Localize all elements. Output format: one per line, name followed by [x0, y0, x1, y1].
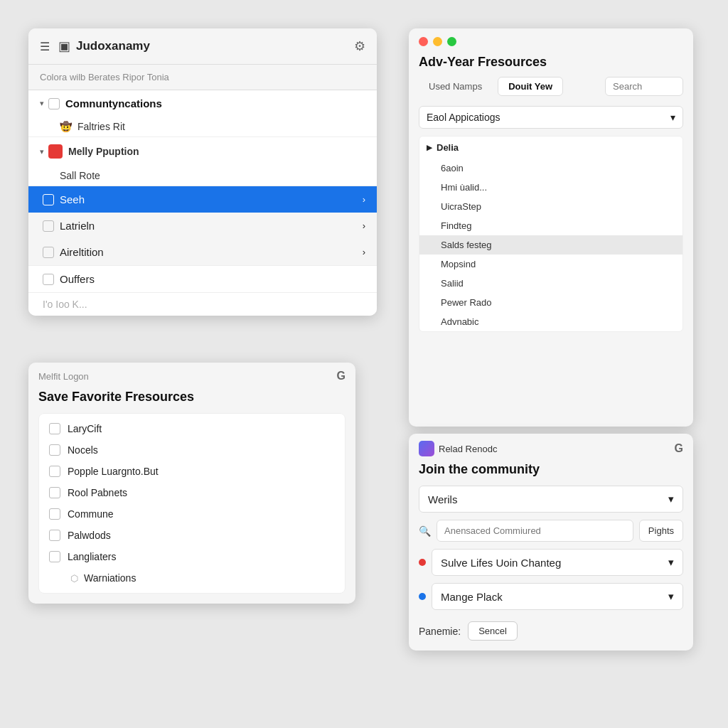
list-item-salds[interactable]: Salds festeg	[419, 235, 682, 255]
subitem-sall: Sall Rote	[28, 166, 377, 186]
checkbox-commune[interactable]	[49, 508, 60, 520]
checkbox-latrieln[interactable]	[43, 220, 54, 232]
dropdown-item-aireltition[interactable]: Aireltition ›	[28, 239, 377, 265]
chevron-down-icon-adv: ▾	[670, 112, 675, 123]
join-title: Join the community	[409, 459, 693, 486]
save-item-larycift[interactable]: LaryCift	[39, 418, 345, 439]
list-item-advnabic[interactable]: Advnabic	[419, 312, 682, 331]
app-subtitle: Colora wilb Berates Ripor Tonia	[28, 65, 377, 90]
traffic-light-green[interactable]	[447, 37, 456, 46]
join-field-row-1: 🔍 Pights	[419, 520, 683, 542]
traffic-light-yellow[interactable]	[433, 37, 442, 46]
save-item-commune[interactable]: Commune	[39, 503, 345, 525]
save-item-label-popple: Popple Luargnto.But	[68, 466, 159, 477]
join-dropdown-2-label: Sulve Lifes Uoin Chanteg	[441, 557, 561, 569]
save-item-popple[interactable]: Popple Luargnto.But	[39, 461, 345, 482]
save-header-bar: Melfit Logon G	[28, 363, 355, 390]
checkbox-larycift[interactable]	[49, 423, 60, 434]
join-app-icon	[419, 441, 434, 456]
menu-section: ▾ Comnuntyncations 🤠 Faltries Rit ▾ Mell…	[28, 90, 377, 316]
list-item-findteg[interactable]: Findteg	[419, 216, 682, 235]
star-icon: ⬡	[70, 573, 78, 584]
red-app-icon	[48, 144, 63, 159]
list-item-pewer[interactable]: Pewer Rado	[419, 293, 682, 312]
checkbox-communications[interactable]	[48, 98, 60, 109]
adv-list-group-header[interactable]: ▶ Delia	[419, 136, 682, 159]
list-item-mopsind[interactable]: Mopsind	[419, 255, 682, 274]
join-search-input[interactable]	[437, 520, 633, 542]
search-input[interactable]	[605, 77, 683, 96]
traffic-light-red[interactable]	[419, 37, 428, 46]
save-item-label-palwdods: Palwdods	[68, 530, 111, 541]
chevron-down-icon-join: ▾	[668, 493, 674, 505]
checkbox-langliaters[interactable]	[49, 551, 60, 562]
checkbox-rool[interactable]	[49, 487, 60, 498]
save-item-rool[interactable]: Rool Pabnets	[39, 482, 345, 503]
join-community-panel: Relad Renodc G Join the community Werils…	[409, 434, 693, 651]
save-item-warniations[interactable]: ⬡ Warniations	[39, 567, 345, 589]
list-item-label-6aoin: 6aoin	[441, 163, 464, 173]
dropdown-label-seeh: Seeh	[60, 193, 85, 205]
adv-list-group-label: Delia	[437, 142, 459, 153]
list-item-label-mopsind: Mopsind	[441, 259, 476, 269]
list-item-label-hmi: Hmi ùalid...	[441, 182, 487, 193]
join-footer-label: Panemie:	[419, 626, 461, 637]
checkbox-ouffers[interactable]	[43, 274, 54, 285]
join-header-left: Relad Renodc	[419, 441, 497, 456]
flat-item-label-truncated: I'o Ioo K...	[43, 299, 87, 310]
pights-button[interactable]: Pights	[639, 520, 683, 542]
red-dot-icon	[419, 559, 426, 566]
list-item-6aoin[interactable]: 6aoin	[419, 159, 682, 178]
checkbox-popple[interactable]	[49, 466, 60, 477]
chevron-down-icon-join-2: ▾	[668, 556, 674, 569]
flat-item-truncated: I'o Ioo K...	[28, 292, 377, 316]
adv-title: Adv-Year Fresources	[409, 52, 693, 77]
hamburger-icon[interactable]: ☰	[40, 40, 50, 53]
app-title: Judoxanamy	[76, 39, 354, 53]
google-icon: G	[337, 370, 346, 382]
triangle-icon: ▶	[427, 144, 432, 151]
save-favorite-panel: Melfit Logon G Save Favorite Fresources …	[28, 363, 355, 604]
chevron-down-icon-join-3: ▾	[668, 590, 674, 603]
list-item-hmi[interactable]: Hmi ùalid...	[419, 178, 682, 197]
menu-group-melly: ▾ Melly Ppuption Sall Rote	[28, 137, 377, 186]
sencel-button[interactable]: Sencel	[468, 621, 518, 641]
save-item-langliaters[interactable]: Langliaters	[39, 546, 345, 567]
save-item-label-rool: Rool Pabnets	[68, 487, 127, 498]
join-dropdown-3[interactable]: Mange Plack ▾	[432, 583, 683, 610]
checkbox-nocels[interactable]	[49, 444, 60, 456]
chevron-down-icon-2: ▾	[40, 147, 44, 156]
chevron-right-icon-aireltition: ›	[363, 247, 365, 257]
checkbox-aireltition[interactable]	[43, 247, 54, 258]
tab-douit-yew[interactable]: Douit Yew	[498, 77, 563, 96]
join-dropdown-2[interactable]: Sulve Lifes Uoin Chanteg ▾	[432, 549, 683, 576]
menu-group-header-melly[interactable]: ▾ Melly Ppuption	[28, 137, 377, 166]
dropdown-item-latrieln[interactable]: Latrieln ›	[28, 213, 377, 239]
list-item-label-saliid: Saliid	[441, 278, 464, 289]
save-item-nocels[interactable]: Nocels	[39, 439, 345, 461]
gear-icon[interactable]: ⚙	[354, 38, 365, 54]
checkbox-seeh[interactable]	[43, 194, 54, 205]
list-item-saliid[interactable]: Saliid	[419, 274, 682, 293]
group-title-melly: Melly Ppuption	[68, 146, 365, 157]
join-header-bar: Relad Renodc G	[409, 434, 693, 459]
menu-group-header-communications[interactable]: ▾ Comnuntyncations	[28, 90, 377, 117]
list-item-uicrastep[interactable]: UicraStep	[419, 197, 682, 216]
tab-used-namps[interactable]: Used Namps	[419, 77, 492, 95]
join-app-name: Relad Renodc	[439, 444, 497, 454]
save-item-palwdods[interactable]: Palwdods	[39, 525, 345, 546]
app-header: ☰ ▣ Judoxanamy ⚙	[28, 28, 377, 65]
adv-year-panel: Adv-Year Fresources Used Namps Douit Yew…	[409, 28, 693, 427]
checkbox-palwdods[interactable]	[49, 530, 60, 541]
join-field-row-3: Mange Plack ▾	[419, 583, 683, 610]
list-item-label-findteg: Findteg	[441, 220, 471, 231]
chevron-down-icon: ▾	[40, 99, 44, 108]
list-item-label-salds: Salds festeg	[441, 240, 492, 250]
join-dropdown[interactable]: Werils ▾	[419, 486, 683, 513]
adv-dropdown[interactable]: Eaol Appicatiogs ▾	[419, 106, 683, 129]
flat-item-ouffers[interactable]: Ouffers	[28, 265, 377, 292]
join-field-row-2: Sulve Lifes Uoin Chanteg ▾	[419, 549, 683, 576]
subitem-text-sall: Sall Rote	[60, 170, 100, 181]
app-menu-panel: ☰ ▣ Judoxanamy ⚙ Colora wilb Berates Rip…	[28, 28, 377, 316]
dropdown-item-seeh[interactable]: Seeh ›	[28, 186, 377, 213]
